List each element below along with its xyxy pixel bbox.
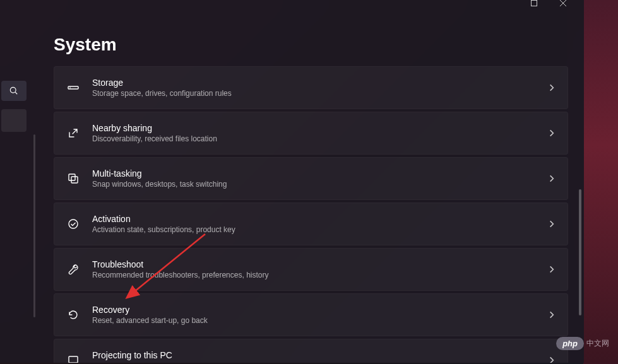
setting-title: Activation [92, 214, 547, 224]
chevron-right-icon [547, 310, 556, 319]
watermark-text: 中文网 [586, 338, 609, 349]
setting-item-activation[interactable]: Activation Activation state, subscriptio… [54, 203, 568, 245]
projecting-icon [66, 353, 81, 363]
chevron-right-icon [547, 174, 556, 183]
window-titlebar [0, 0, 584, 6]
svg-point-3 [69, 87, 71, 88]
content-area: System Storage Storage space, drives, co… [28, 6, 584, 363]
setting-item-projecting[interactable]: Projecting to this PC Permissions, pairi… [54, 339, 568, 363]
maximize-button[interactable] [520, 0, 549, 6]
svg-rect-0 [532, 1, 537, 6]
setting-desc: Storage space, drives, configuration rul… [92, 89, 547, 98]
setting-item-storage[interactable]: Storage Storage space, drives, configura… [54, 66, 568, 109]
setting-desc: Snap windows, desktops, task switching [92, 180, 547, 189]
setting-desc: Permissions, pairing PIN, discoverabilit… [92, 361, 547, 363]
setting-title: Nearby sharing [92, 123, 547, 133]
search-icon [9, 86, 18, 95]
setting-desc: Activation state, subscriptions, product… [92, 225, 547, 234]
troubleshoot-icon [66, 262, 81, 277]
setting-desc: Discoverability, received files location [92, 134, 547, 143]
sidebar [0, 6, 28, 363]
close-button[interactable] [549, 0, 578, 6]
chevron-right-icon [547, 356, 556, 363]
setting-item-nearby-sharing[interactable]: Nearby sharing Discoverability, received… [54, 112, 568, 155]
chevron-right-icon [547, 83, 556, 92]
setting-item-recovery[interactable]: Recovery Reset, advanced start-up, go ba… [54, 293, 568, 336]
activation-icon [66, 216, 81, 232]
settings-list: Storage Storage space, drives, configura… [54, 66, 568, 363]
scrollbar-thumb[interactable] [579, 189, 581, 315]
setting-title: Troubleshoot [92, 259, 547, 269]
page-title: System [54, 35, 568, 55]
svg-rect-5 [71, 177, 78, 183]
setting-desc: Reset, advanced start-up, go back [92, 316, 547, 325]
settings-window: System Storage Storage space, drives, co… [0, 0, 584, 363]
svg-point-6 [69, 220, 78, 228]
setting-title: Projecting to this PC [92, 350, 547, 360]
svg-point-1 [10, 87, 16, 93]
recovery-icon [66, 307, 81, 322]
main-area: System Storage Storage space, drives, co… [0, 6, 584, 363]
setting-title: Recovery [92, 305, 547, 315]
share-icon [66, 126, 81, 141]
setting-item-multi-tasking[interactable]: Multi-tasking Snap windows, desktops, ta… [54, 157, 568, 200]
setting-item-troubleshoot[interactable]: Troubleshoot Recommended troubleshooters… [54, 248, 568, 291]
watermark-badge: php [556, 337, 584, 350]
chevron-right-icon [547, 220, 556, 228]
svg-rect-7 [69, 356, 78, 363]
chevron-right-icon [547, 265, 556, 274]
setting-title: Storage [92, 78, 547, 88]
setting-title: Multi-tasking [92, 168, 547, 179]
desktop-background [583, 0, 618, 364]
storage-icon [66, 80, 81, 95]
multitask-icon [66, 171, 81, 186]
watermark: php 中文网 [556, 337, 609, 350]
chevron-right-icon [547, 129, 556, 138]
setting-desc: Recommended troubleshooters, preferences… [92, 271, 547, 279]
search-button[interactable] [1, 81, 27, 101]
nav-active-item[interactable] [0, 109, 28, 132]
svg-rect-4 [69, 174, 75, 180]
